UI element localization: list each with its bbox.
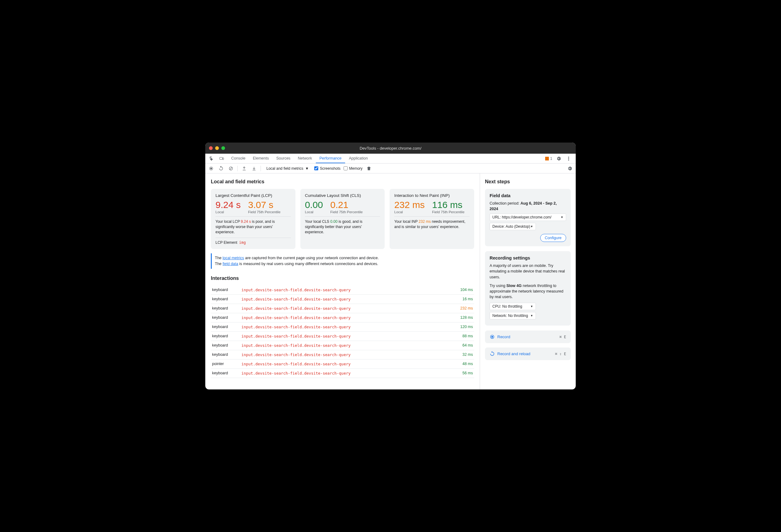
memory-input[interactable]: [343, 166, 347, 170]
url-select[interactable]: URL: https://developer.chrome.com/▼: [490, 214, 566, 221]
tab-elements[interactable]: Elements: [249, 154, 273, 163]
metric-description: Your local CLS 0.00 is good, and is sign…: [305, 219, 380, 234]
local-metrics-link[interactable]: local metrics: [222, 256, 244, 260]
record-reload-action[interactable]: Record and reload ⌘ ⇧ E: [485, 348, 571, 360]
device-select[interactable]: Device: Auto (Desktop)▼: [490, 223, 536, 230]
interaction-type: keyboard: [211, 322, 240, 331]
download-profile-icon[interactable]: [251, 165, 257, 172]
metrics-info-box: The local metrics are captured from the …: [211, 253, 474, 269]
field-data-panel: Field data Collection period: Aug 6, 202…: [485, 189, 571, 246]
interaction-time: 128 ms: [449, 313, 474, 322]
lcp-element-tag[interactable]: img: [239, 240, 246, 245]
recording-hint-mobile: A majority of users are on mobile. Try e…: [490, 263, 566, 279]
interaction-row[interactable]: keyboard input.devsite-search-field.devs…: [211, 295, 474, 304]
metric-field-label: Field 75th Percentile: [432, 210, 464, 214]
reload-icon: [490, 351, 495, 356]
interaction-type: keyboard: [211, 304, 240, 313]
screenshots-checkbox[interactable]: Screenshots: [314, 166, 340, 171]
chevron-down-icon: ▼: [305, 166, 309, 171]
configure-button[interactable]: Configure: [540, 234, 566, 242]
interaction-selector: input.devsite-search-field.devsite-searc…: [240, 368, 449, 378]
interaction-type: keyboard: [211, 341, 240, 350]
metrics-view-dropdown[interactable]: Local and field metrics ▼: [264, 166, 311, 171]
device-toolbar-icon[interactable]: [218, 155, 225, 162]
svg-line-8: [230, 167, 232, 170]
chevron-down-icon: ▼: [561, 216, 563, 219]
metrics-view-label: Local and field metrics: [266, 166, 303, 171]
interaction-row[interactable]: pointer input.devsite-search-field.devsi…: [211, 359, 474, 368]
window-title: DevTools - developer.chrome.com/: [205, 146, 576, 150]
interaction-selector: input.devsite-search-field.devsite-searc…: [240, 331, 449, 341]
interaction-type: keyboard: [211, 350, 240, 359]
recording-settings-panel: Recording settings A majority of users a…: [485, 251, 571, 325]
svg-point-2: [568, 157, 569, 158]
interaction-row[interactable]: keyboard input.devsite-search-field.devs…: [211, 313, 474, 322]
issues-badge[interactable]: 1: [545, 157, 552, 161]
interaction-time: 64 ms: [449, 341, 474, 350]
svg-point-10: [491, 336, 493, 338]
interaction-time: 56 ms: [449, 368, 474, 378]
interaction-row[interactable]: keyboard input.devsite-search-field.devs…: [211, 368, 474, 378]
field-data-link[interactable]: field data: [222, 262, 238, 266]
main-panel: Local and field metrics Largest Contentf…: [205, 173, 480, 390]
interaction-selector: input.devsite-search-field.devsite-searc…: [240, 285, 449, 295]
screenshots-input[interactable]: [314, 166, 318, 170]
interaction-row[interactable]: keyboard input.devsite-search-field.devs…: [211, 341, 474, 350]
metric-local-value: 232 ms: [394, 200, 424, 210]
lcp-element-label: LCP Element: [215, 240, 237, 245]
record-circle-icon: [490, 334, 495, 340]
capture-settings-gear-icon[interactable]: [567, 165, 573, 172]
clear-icon[interactable]: [228, 165, 234, 172]
network-throttling-select[interactable]: Network: No throttling▼: [490, 312, 536, 319]
more-menu-icon[interactable]: [565, 155, 572, 162]
svg-point-3: [568, 158, 569, 159]
devtools-window: DevTools - developer.chrome.com/ Console…: [205, 142, 576, 390]
metric-description: Your local INP 232 ms needs improvement,…: [394, 219, 469, 230]
record-action[interactable]: Record ⌘ E: [485, 330, 571, 343]
garbage-collect-icon[interactable]: [366, 165, 372, 172]
tab-console[interactable]: Console: [228, 154, 249, 163]
svg-rect-0: [219, 158, 222, 160]
interaction-row[interactable]: keyboard input.devsite-search-field.devs…: [211, 322, 474, 331]
upload-profile-icon[interactable]: [241, 165, 248, 172]
metric-local-label: Local: [215, 210, 241, 214]
chevron-down-icon: ▼: [530, 305, 533, 308]
interaction-row[interactable]: keyboard input.devsite-search-field.devs…: [211, 331, 474, 341]
next-steps-heading: Next steps: [485, 179, 571, 184]
interactions-table: keyboard input.devsite-search-field.devs…: [211, 285, 474, 378]
interaction-time: 88 ms: [449, 331, 474, 341]
interaction-row[interactable]: keyboard input.devsite-search-field.devs…: [211, 350, 474, 359]
field-data-title: Field data: [490, 193, 566, 198]
tab-network[interactable]: Network: [294, 154, 316, 163]
metric-title: Largest Contentful Paint (LCP): [215, 193, 291, 198]
tab-application[interactable]: Application: [345, 154, 371, 163]
interaction-time: 232 ms: [449, 304, 474, 313]
settings-gear-icon[interactable]: [556, 155, 562, 162]
tab-sources[interactable]: Sources: [273, 154, 294, 163]
interaction-type: keyboard: [211, 285, 240, 295]
close-window-button[interactable]: [209, 146, 213, 150]
interaction-selector: input.devsite-search-field.devsite-searc…: [240, 295, 449, 304]
interaction-row[interactable]: keyboard input.devsite-search-field.devs…: [211, 304, 474, 313]
memory-checkbox[interactable]: Memory: [343, 166, 362, 171]
chevron-down-icon: ▼: [530, 314, 533, 317]
interaction-selector: input.devsite-search-field.devsite-searc…: [240, 313, 449, 322]
record-button-icon[interactable]: [208, 165, 214, 172]
reload-record-icon[interactable]: [218, 165, 224, 172]
interaction-selector: input.devsite-search-field.devsite-searc…: [240, 341, 449, 350]
metric-local-label: Local: [305, 210, 323, 214]
zoom-window-button[interactable]: [221, 146, 225, 150]
minimize-window-button[interactable]: [215, 146, 219, 150]
recording-settings-title: Recording settings: [490, 256, 566, 260]
interaction-type: keyboard: [211, 313, 240, 322]
interaction-row[interactable]: keyboard input.devsite-search-field.devs…: [211, 285, 474, 295]
interactions-heading: Interactions: [211, 275, 474, 281]
chevron-down-icon: ▼: [530, 225, 533, 228]
inspect-element-icon[interactable]: [208, 155, 215, 162]
interaction-type: keyboard: [211, 368, 240, 378]
interaction-type: keyboard: [211, 295, 240, 304]
metric-field-label: Field 75th Percentile: [330, 210, 363, 214]
cpu-throttling-select[interactable]: CPU: No throttling▼: [490, 303, 536, 310]
metric-field-value: 3.07 s: [248, 200, 281, 210]
tab-performance[interactable]: Performance: [316, 154, 345, 163]
